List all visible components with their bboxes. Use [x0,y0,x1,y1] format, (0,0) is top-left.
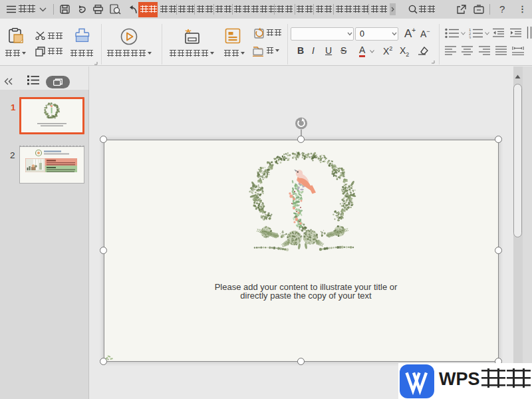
svg-text:3: 3 [469,36,471,39]
